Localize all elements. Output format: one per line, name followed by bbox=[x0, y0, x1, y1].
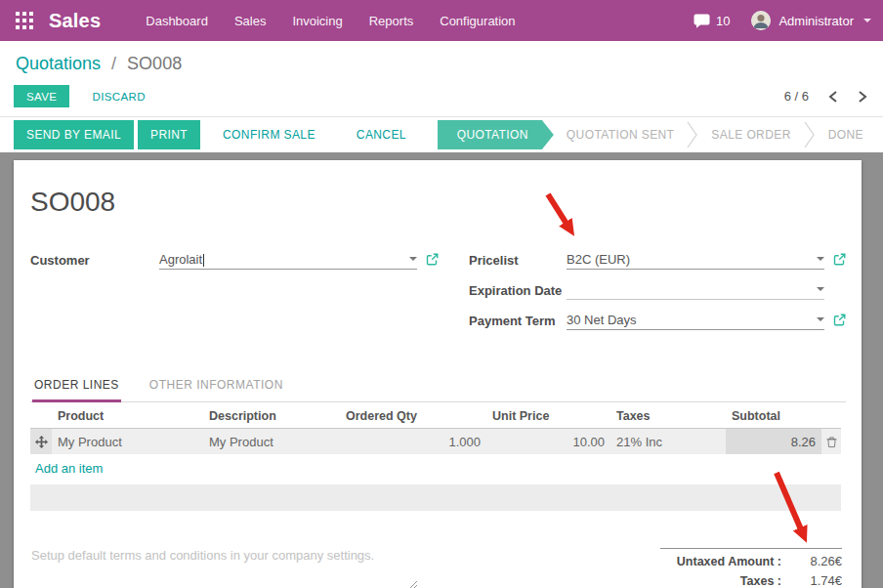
untaxed-amount-value: 8.26€ bbox=[781, 552, 842, 571]
breadcrumb: Quotations / SO008 bbox=[0, 41, 883, 78]
send-by-email-button[interactable]: SEND BY EMAIL bbox=[14, 120, 134, 149]
tab-order-lines[interactable]: ORDER LINES bbox=[32, 378, 121, 402]
tab-other-information[interactable]: OTHER INFORMATION bbox=[147, 378, 285, 401]
cell-ordered-qty[interactable]: 1.000 bbox=[340, 429, 486, 454]
chat-bubble-icon bbox=[694, 14, 710, 28]
table-row[interactable]: My Product My Product 1.000 10.00 21% In… bbox=[30, 429, 841, 454]
sheet-footer: Setup default terms and conditions in yo… bbox=[30, 548, 846, 588]
discard-button[interactable]: DISCARD bbox=[79, 85, 158, 107]
top-navigation: Dashboard Sales Invoicing Reports Config… bbox=[146, 14, 515, 28]
apps-grid-icon[interactable] bbox=[16, 12, 33, 29]
messages-menu[interactable]: 10 bbox=[694, 14, 730, 28]
breadcrumb-current: SO008 bbox=[127, 54, 182, 73]
print-button[interactable]: PRINT bbox=[138, 120, 200, 149]
pricelist-label: Pricelist bbox=[469, 253, 567, 270]
notebook-tabs: ORDER LINES OTHER INFORMATION bbox=[30, 378, 846, 402]
handle-column-header bbox=[30, 403, 52, 428]
nav-invoicing[interactable]: Invoicing bbox=[292, 14, 342, 28]
form-sheet: SO008 Customer Agrolait Priceli bbox=[14, 160, 862, 588]
status-done[interactable]: DONE bbox=[816, 120, 876, 149]
nav-dashboard[interactable]: Dashboard bbox=[146, 14, 208, 28]
terms-textarea[interactable]: Setup default terms and conditions in yo… bbox=[30, 548, 417, 588]
pager-previous-icon[interactable] bbox=[828, 90, 838, 104]
status-chevron-icon bbox=[804, 120, 816, 149]
save-button[interactable]: SAVE bbox=[14, 85, 69, 107]
form-fields: Customer Agrolait Pricelist B2C (EUR) bbox=[30, 248, 846, 339]
cell-unit-price[interactable]: 10.00 bbox=[486, 429, 610, 454]
grid-icon bbox=[16, 12, 33, 29]
trash-icon bbox=[826, 436, 837, 448]
record-pager: 6 / 6 bbox=[784, 89, 867, 104]
form-header: SEND BY EMAIL PRINT CONFIRM SALE CANCEL … bbox=[0, 116, 883, 152]
delete-column-header bbox=[821, 403, 841, 428]
control-panel-actions: SAVE DISCARD 6 / 6 bbox=[0, 78, 883, 116]
expiration-date-caret-icon[interactable] bbox=[817, 287, 824, 295]
avatar-image bbox=[751, 11, 771, 30]
terms-placeholder-text: Setup default terms and conditions in yo… bbox=[30, 548, 417, 563]
status-quotation-sent[interactable]: QUOTATION SENT bbox=[554, 120, 688, 149]
text-cursor bbox=[203, 254, 204, 267]
ordered-qty-column-header: Ordered Qty bbox=[340, 403, 486, 428]
cell-product[interactable]: My Product bbox=[52, 429, 203, 454]
form-action-buttons: SEND BY EMAIL PRINT CONFIRM SALE CANCEL bbox=[14, 120, 419, 149]
customer-external-link-icon[interactable] bbox=[426, 253, 439, 269]
taxes-value: 1.74€ bbox=[781, 571, 842, 588]
page-background: SO008 Customer Agrolait Priceli bbox=[0, 152, 883, 588]
topbar: Sales Dashboard Sales Invoicing Reports … bbox=[0, 0, 883, 41]
status-sale-order[interactable]: SALE ORDER bbox=[698, 120, 803, 149]
payment-term-field[interactable]: 30 Net Days bbox=[567, 313, 824, 330]
resize-handle-icon[interactable] bbox=[407, 578, 417, 588]
unit-price-column-header: Unit Price bbox=[486, 403, 610, 428]
section-note-strip[interactable] bbox=[30, 484, 841, 511]
cell-taxes[interactable]: 21% Inc bbox=[610, 429, 726, 454]
move-icon bbox=[35, 436, 48, 448]
pricelist-field[interactable]: B2C (EUR) bbox=[567, 252, 824, 270]
status-quotation[interactable]: QUOTATION bbox=[438, 120, 554, 149]
messages-count: 10 bbox=[716, 14, 730, 28]
add-an-item-link[interactable]: Add an item bbox=[35, 461, 103, 476]
breadcrumb-quotations-link[interactable]: Quotations bbox=[16, 54, 101, 73]
cancel-button[interactable]: CANCEL bbox=[344, 120, 419, 149]
user-avatar[interactable] bbox=[751, 11, 771, 30]
taxes-label: Taxes : bbox=[660, 571, 781, 588]
user-menu-caret-icon bbox=[863, 19, 871, 26]
cell-description[interactable]: My Product bbox=[203, 429, 340, 454]
customer-label: Customer bbox=[30, 253, 159, 270]
status-chevron-icon bbox=[687, 120, 698, 149]
description-column-header: Description bbox=[203, 403, 340, 428]
untaxed-amount-label: Untaxed Amount : bbox=[660, 552, 781, 571]
customer-dropdown-caret-icon[interactable] bbox=[409, 257, 417, 265]
product-column-header: Product bbox=[52, 403, 203, 428]
expiration-date-label: Expiration Date bbox=[469, 283, 567, 300]
breadcrumb-separator: / bbox=[111, 54, 116, 73]
customer-field[interactable]: Agrolait bbox=[159, 252, 417, 270]
payment-term-label: Payment Term bbox=[469, 314, 567, 330]
topbar-right: 10 Administrator bbox=[694, 11, 871, 30]
nav-configuration[interactable]: Configuration bbox=[440, 14, 515, 28]
delete-row-button[interactable] bbox=[821, 429, 841, 454]
nav-sales[interactable]: Sales bbox=[234, 14, 267, 28]
subtotal-column-header: Subtotal bbox=[726, 403, 821, 428]
pager-value: 6 / 6 bbox=[784, 89, 809, 104]
user-menu[interactable]: Administrator bbox=[778, 14, 854, 28]
pager-next-icon[interactable] bbox=[858, 90, 867, 104]
pricelist-external-link-icon[interactable] bbox=[833, 253, 846, 269]
table-header-row: Product Description Ordered Qty Unit Pri… bbox=[30, 403, 841, 429]
payment-term-dropdown-caret-icon[interactable] bbox=[817, 317, 824, 325]
payment-term-value[interactable]: 30 Net Days bbox=[567, 313, 637, 327]
cell-subtotal: 8.26 bbox=[726, 429, 821, 454]
nav-reports[interactable]: Reports bbox=[369, 14, 414, 28]
pricelist-dropdown-caret-icon[interactable] bbox=[817, 257, 824, 265]
statusbar: QUOTATION QUOTATION SENT SALE ORDER DONE bbox=[438, 120, 883, 149]
pricelist-value[interactable]: B2C (EUR) bbox=[567, 252, 630, 267]
record-title: SO008 bbox=[30, 187, 846, 218]
expiration-date-field[interactable] bbox=[567, 287, 824, 300]
payment-term-external-link-icon[interactable] bbox=[833, 314, 846, 329]
totals-panel: Untaxed Amount : 8.26€ Taxes : 1.74€ Tot… bbox=[660, 548, 842, 588]
order-lines-table: Product Description Ordered Qty Unit Pri… bbox=[30, 403, 841, 511]
confirm-sale-button[interactable]: CONFIRM SALE bbox=[210, 120, 328, 149]
app-title[interactable]: Sales bbox=[49, 10, 101, 32]
terms-input-underline bbox=[30, 583, 417, 588]
customer-value[interactable]: Agrolait bbox=[159, 252, 202, 267]
row-drag-handle[interactable] bbox=[30, 429, 52, 454]
